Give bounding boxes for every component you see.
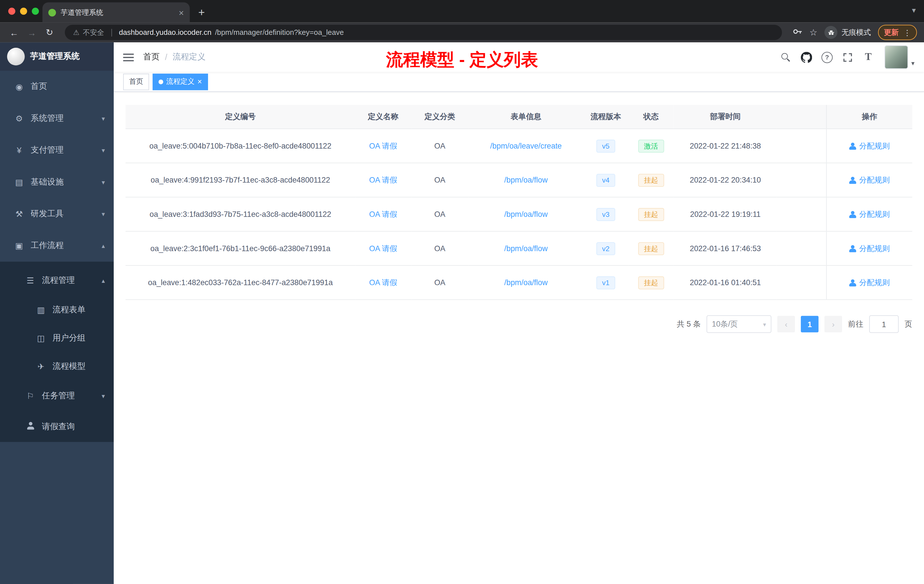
status-badge: 激活 <box>638 139 664 152</box>
assign-rule-link[interactable]: 分配规则 <box>849 140 890 151</box>
password-key-icon[interactable] <box>792 27 802 38</box>
sidebar-item-label: 研发工具 <box>31 209 64 219</box>
sidebar-item-label: 任务管理 <box>42 391 75 401</box>
form-link[interactable]: /bpm/oa/flow <box>504 244 548 253</box>
definition-name-link[interactable]: OA 请假 <box>369 141 397 150</box>
hamburger-icon[interactable] <box>123 53 134 61</box>
form-link[interactable]: /bpm/oa/flow <box>504 210 548 219</box>
sidebar-item-infrastructure[interactable]: ▤ 基础设施 ▾ <box>0 166 114 198</box>
col-status: 状态 <box>628 105 674 129</box>
avatar[interactable] <box>885 45 909 69</box>
maximize-window-button[interactable] <box>32 8 39 15</box>
workflow-submenu: ☰ 流程管理 ▴ ▥ 流程表单 ◫ 用户分组 ✈ 流程模型 ⚐ <box>0 262 114 442</box>
assign-rule-link[interactable]: 分配规则 <box>849 243 890 254</box>
forward-button[interactable]: → <box>25 27 39 38</box>
fullscreen-icon[interactable] <box>840 49 855 65</box>
user-icon <box>849 211 856 218</box>
chevron-down-icon: ▾ <box>102 178 105 186</box>
sidebar: 芋道管理系统 ◉ 首页 ⚙ 系统管理 ▾ ¥ 支付管理 ▾ ▤ 基础设施 ▾ <box>0 43 114 584</box>
help-icon[interactable]: ? <box>819 49 835 65</box>
form-link[interactable]: /bpm/oa/flow <box>504 176 548 185</box>
browser-menu-icon[interactable]: ⋮ <box>903 28 911 36</box>
address-bar[interactable]: ⚠ 不安全 dashboard.yudao.iocoder.cn /bpm/ma… <box>65 25 782 40</box>
filler-cell <box>777 197 826 231</box>
page-1-button[interactable]: 1 <box>801 316 818 333</box>
chevron-down-icon: ▾ <box>102 392 105 400</box>
sidebar-item-label: 基础设施 <box>31 177 64 187</box>
deploy-time: 2022-01-22 19:19:11 <box>674 197 777 231</box>
filler-cell <box>777 129 826 163</box>
browser-tab[interactable]: 芋道管理系统 × <box>43 2 190 22</box>
tag-process-definition[interactable]: 流程定义 × <box>153 73 208 90</box>
definition-name-link[interactable]: OA 请假 <box>369 175 397 184</box>
font-size-icon[interactable]: T <box>861 49 876 65</box>
sidebar-item-payment[interactable]: ¥ 支付管理 ▾ <box>0 134 114 166</box>
sidebar-item-label: 流程表单 <box>53 305 86 315</box>
task-icon: ⚐ <box>25 391 35 401</box>
sidebar-item-user-group[interactable]: ◫ 用户分组 <box>0 324 114 352</box>
reload-button[interactable]: ↻ <box>43 27 57 38</box>
sidebar-item-system[interactable]: ⚙ 系统管理 ▾ <box>0 102 114 134</box>
sidebar-item-process-form[interactable]: ▥ 流程表单 <box>0 296 114 324</box>
tag-home[interactable]: 首页 <box>123 73 149 90</box>
tab-close-icon[interactable]: × <box>178 8 184 17</box>
table-header-row: 定义编号 定义名称 定义分类 表单信息 流程版本 状态 部署时间 操作 <box>125 105 912 129</box>
active-dot <box>158 79 163 84</box>
gear-icon: ⚙ <box>14 114 24 123</box>
form-link[interactable]: /bpm/oa/flow <box>504 278 548 287</box>
table-row: oa_leave:3:1fad3d93-7b75-11ec-a3c8-acde4… <box>125 197 912 231</box>
next-page-button[interactable]: › <box>824 316 842 333</box>
assign-rule-link[interactable]: 分配规则 <box>849 277 890 288</box>
tab-search-chevron-icon[interactable]: ▾ <box>912 6 916 15</box>
sidebar-item-home[interactable]: ◉ 首页 <box>0 71 114 102</box>
assign-rule-link[interactable]: 分配规则 <box>849 209 890 219</box>
form-link[interactable]: /bpm/oa/leave/create <box>490 142 562 150</box>
app-title: 芋道管理系统 <box>30 51 79 62</box>
search-icon[interactable] <box>778 49 794 65</box>
bookmark-star-icon[interactable]: ☆ <box>809 27 817 38</box>
sidebar-item-task-management[interactable]: ⚐ 任务管理 ▾ <box>0 381 114 411</box>
infrastructure-icon: ▤ <box>14 177 24 187</box>
update-label: 更新 <box>884 27 899 38</box>
tag-close-icon[interactable]: × <box>198 78 202 86</box>
tags-view-bar: 首页 流程定义 × <box>114 72 924 92</box>
sidebar-item-label: 首页 <box>31 81 47 92</box>
page-size-select[interactable]: 10条/页 ▾ <box>706 315 771 333</box>
url-divider <box>111 28 112 36</box>
tag-label: 流程定义 <box>166 77 195 87</box>
table-row: oa_leave:1:482ec033-762a-11ec-8477-a2380… <box>125 266 912 300</box>
goto-page-input[interactable] <box>869 315 899 333</box>
sidebar-item-workflow[interactable]: ▣ 工作流程 ▴ <box>0 230 114 261</box>
breadcrumb-separator: / <box>165 53 167 62</box>
definition-category: OA <box>411 197 469 231</box>
github-icon[interactable] <box>799 49 814 65</box>
prev-page-button[interactable]: ‹ <box>777 316 795 333</box>
workflow-icon: ▣ <box>14 241 24 251</box>
new-tab-button[interactable]: + <box>193 4 210 21</box>
filler-cell <box>777 231 826 266</box>
sidebar-item-leave-query[interactable]: 请假查询 <box>0 411 114 442</box>
user-menu[interactable]: ▾ <box>885 45 914 69</box>
sidebar-item-process-model[interactable]: ✈ 流程模型 <box>0 352 114 381</box>
user-icon <box>849 279 856 286</box>
definition-id: oa_leave:5:004b710b-7b8a-11ec-8ef0-acde4… <box>125 129 355 163</box>
breadcrumb-home[interactable]: 首页 <box>143 52 160 63</box>
back-button[interactable]: ← <box>7 27 21 38</box>
url-path: /bpm/manager/definition?key=oa_leave <box>215 28 344 36</box>
breadcrumb: 首页 / 流程定义 <box>143 52 205 63</box>
chrome-update-button[interactable]: 更新 ⋮ <box>878 25 917 40</box>
definition-name-link[interactable]: OA 请假 <box>369 244 397 252</box>
sidebar-item-dev-tools[interactable]: ⚒ 研发工具 ▾ <box>0 198 114 230</box>
security-label[interactable]: 不安全 <box>83 27 104 38</box>
sidebar-logo[interactable]: 芋道管理系统 <box>0 43 114 71</box>
goto-label: 前往 <box>848 319 863 330</box>
minimize-window-button[interactable] <box>20 8 27 15</box>
screen: 芋道管理系统 × + ▾ ← → ↻ ⚠ 不安全 dashboard.yudao… <box>0 0 924 584</box>
definition-name-link[interactable]: OA 请假 <box>369 278 397 287</box>
assign-rule-link[interactable]: 分配规则 <box>849 175 890 185</box>
definition-id: oa_leave:3:1fad3d93-7b75-11ec-a3c8-acde4… <box>125 197 355 231</box>
window-controls <box>8 8 39 15</box>
sidebar-item-process-management[interactable]: ☰ 流程管理 ▴ <box>0 265 114 296</box>
close-window-button[interactable] <box>8 8 15 15</box>
definition-name-link[interactable]: OA 请假 <box>369 210 397 218</box>
